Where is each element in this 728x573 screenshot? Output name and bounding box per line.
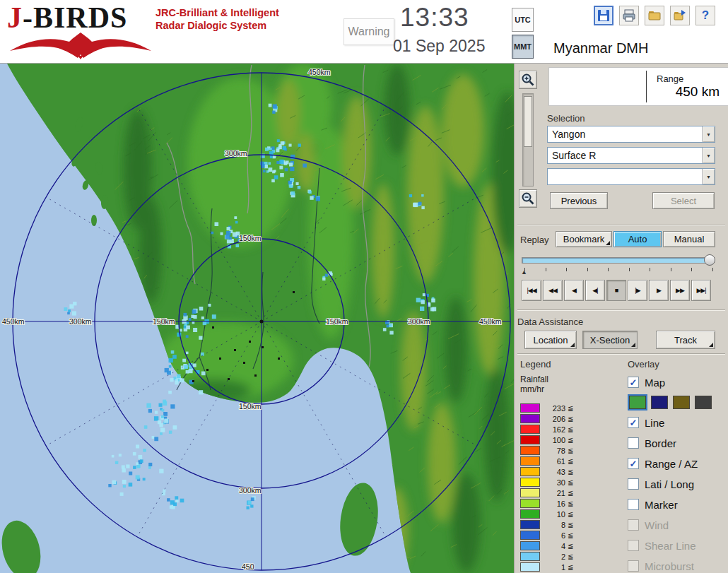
range-value: 450 km <box>676 84 720 100</box>
site-dropdown[interactable]: Yangon ▼ <box>547 126 715 143</box>
track-button[interactable]: Track <box>656 331 715 349</box>
playback-play-back-button[interactable]: ◀ <box>564 280 584 301</box>
replay-slider-handle[interactable] <box>704 254 715 266</box>
map-color-swatch[interactable] <box>695 396 712 409</box>
legend-operator: ≦ <box>568 553 573 560</box>
timezone-utc-button[interactable]: UTC <box>512 8 534 32</box>
playback-stop-button[interactable]: ■ <box>606 280 626 301</box>
tick-mark <box>629 268 630 271</box>
bookmark-button[interactable]: Bookmark <box>556 231 612 247</box>
chevron-down-icon[interactable]: ▼ <box>702 126 715 142</box>
legend-value: 43 <box>540 468 565 476</box>
zoom-slider[interactable] <box>522 93 534 187</box>
legend-row: 16≦ <box>520 498 623 509</box>
overlay-item-lati-long[interactable]: Lati / Long <box>628 476 728 492</box>
replay-manual-button[interactable]: Manual <box>663 231 715 247</box>
map-color-swatch[interactable] <box>629 396 646 409</box>
help-button[interactable]: ? <box>695 6 715 25</box>
x-section-button[interactable]: X-Section <box>582 331 638 349</box>
overlay-items: ✓Map✓LineBorder✓Range / AZLati / LongMar… <box>628 374 728 573</box>
radar-map[interactable]: 450km300km150km150km300km450450km300km15… <box>0 64 514 573</box>
unchecked-checkbox <box>628 560 639 572</box>
unchecked-checkbox <box>628 519 639 531</box>
folder-export-icon <box>673 8 687 23</box>
replay-auto-button[interactable]: Auto <box>613 231 662 247</box>
legend-row: 6≦ <box>520 530 623 540</box>
replay-slider-track[interactable] <box>522 257 714 264</box>
checked-checkbox[interactable]: ✓ <box>628 458 639 469</box>
range-label-text: 300km <box>239 486 262 495</box>
radar-map-area[interactable]: 450km300km150km150km300km450450km300km15… <box>0 64 514 573</box>
app-logo-title: J-BIRDS <box>7 0 127 35</box>
legend-value: 4 <box>540 542 565 550</box>
zoom-out-button[interactable] <box>519 189 537 208</box>
divider <box>517 225 725 226</box>
select-button[interactable]: Select <box>652 192 715 209</box>
overlay-item-map[interactable]: ✓Map <box>628 374 728 390</box>
overlay-item-marker[interactable]: Marker <box>628 497 728 512</box>
logo-subtitle-line1: JRC-Brilliant & Intelligent <box>155 6 279 19</box>
playback-step-forward-button[interactable]: |▶ <box>628 280 647 301</box>
legend-swatch <box>520 552 540 561</box>
replay-ticks: ▲ <box>522 268 714 276</box>
export-button[interactable] <box>670 6 690 25</box>
checked-checkbox[interactable]: ✓ <box>628 377 639 388</box>
overlay-item-shear-line: Shear Line <box>628 538 728 553</box>
option-dropdown-value[interactable] <box>548 169 702 184</box>
legend-unit-line2: mm/hr <box>520 384 623 394</box>
legend-row: 61≦ <box>520 456 623 466</box>
playback-step-back-button[interactable]: ◀| <box>585 280 605 301</box>
legend-operator: ≦ <box>568 447 573 454</box>
legend-value: 8 <box>540 521 565 529</box>
overlay-section: Overlay ✓Map✓LineBorder✓Range / AZLati /… <box>628 359 728 573</box>
previous-button[interactable]: Previous <box>550 192 608 209</box>
logo-letter-j: J <box>7 1 23 34</box>
chevron-down-icon[interactable]: ▼ <box>702 148 715 163</box>
legend-title: Legend <box>520 359 623 370</box>
map-color-options <box>629 396 728 410</box>
overlay-item-border[interactable]: Border <box>628 435 728 451</box>
map-color-swatch[interactable] <box>651 396 668 409</box>
overlay-item-label: Map <box>645 377 665 389</box>
legend-operator: ≦ <box>568 415 573 423</box>
map-color-swatch[interactable] <box>673 396 690 409</box>
unchecked-checkbox[interactable] <box>628 437 639 449</box>
range-readout: Range 450 km <box>548 67 728 106</box>
product-dropdown-value[interactable]: Surface R <box>548 148 702 163</box>
overlay-item-line[interactable]: ✓Line <box>628 415 728 430</box>
open-folder-button[interactable] <box>645 6 664 25</box>
playback-skip-start-button[interactable]: |◀◀ <box>522 280 541 301</box>
legend-row: 43≦ <box>520 466 623 477</box>
warning-button[interactable]: Warning <box>344 18 394 45</box>
legend-row: 162≦ <box>520 424 623 435</box>
location-button[interactable]: Location <box>524 331 577 349</box>
range-label-text: 450km <box>308 68 331 76</box>
save-button[interactable] <box>594 6 613 25</box>
playback-play-button[interactable]: ▶ <box>649 280 669 301</box>
legend-row: 21≦ <box>520 488 623 498</box>
checked-checkbox[interactable]: ✓ <box>628 417 639 428</box>
legend-swatch <box>520 467 540 476</box>
legend-value: 78 <box>540 447 565 455</box>
chevron-down-icon[interactable]: ▼ <box>702 169 715 184</box>
option-dropdown[interactable]: ▼ <box>547 168 715 185</box>
site-dropdown-value[interactable]: Yangon <box>548 126 702 142</box>
unchecked-checkbox[interactable] <box>628 499 639 510</box>
unchecked-checkbox[interactable] <box>628 478 639 490</box>
divider <box>517 309 725 311</box>
legend-swatch <box>520 403 540 413</box>
timezone-mmt-button[interactable]: MMT <box>512 35 534 59</box>
playback-fast-back-button[interactable]: ◀◀ <box>543 280 563 301</box>
playback-fast-forward-button[interactable]: ▶▶ <box>670 280 690 301</box>
product-dropdown[interactable]: Surface R ▼ <box>547 147 715 164</box>
replay-label: Replay <box>520 235 548 245</box>
replay-timeline-slider[interactable] <box>522 256 714 266</box>
playback-skip-end-button[interactable]: ▶▶| <box>691 280 711 301</box>
app-window: J-BIRDS JRC-Brilliant & Intelligent Rada… <box>0 0 728 573</box>
legend-rows: 233≦206≦162≦100≦78≦61≦43≦30≦21≦16≦10≦8≦6… <box>520 403 623 572</box>
print-button[interactable] <box>619 6 639 25</box>
overlay-item-range-az[interactable]: ✓Range / AZ <box>628 456 728 471</box>
zoom-in-button[interactable] <box>519 71 537 89</box>
printer-icon <box>622 8 636 23</box>
zoom-slider-thumb[interactable] <box>524 96 532 147</box>
